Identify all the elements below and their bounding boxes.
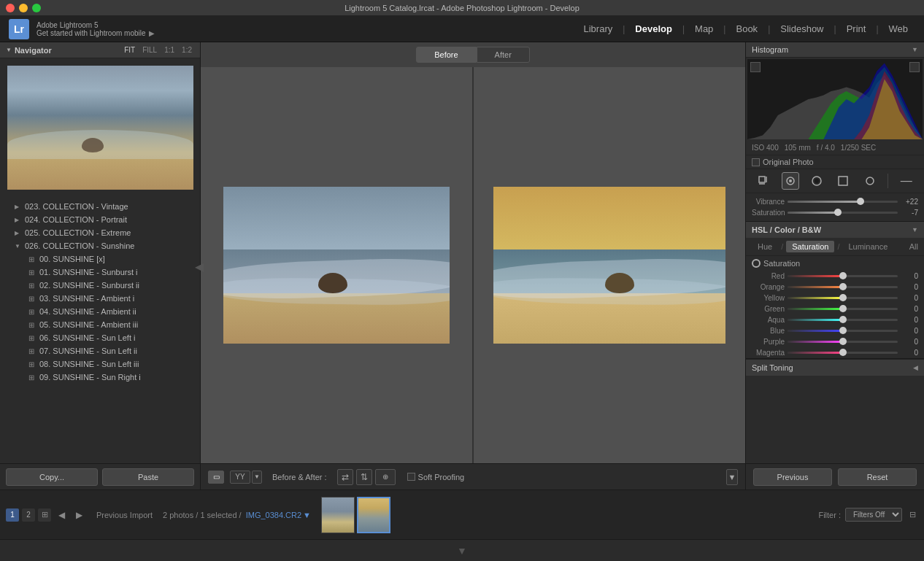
left-collapse-icon[interactable]: ◀ — [195, 259, 204, 273]
maximize-button[interactable] — [32, 4, 41, 12]
yellow-thumb[interactable] — [839, 294, 847, 301]
filmstrip-collapse-icon[interactable]: ⊟ — [906, 509, 918, 521]
aqua-track[interactable] — [788, 319, 898, 321]
blue-thumb[interactable] — [839, 327, 847, 334]
vs-section: Vibrance +22 Saturation -7 — [746, 193, 924, 222]
zoom-fill[interactable]: FILL — [140, 45, 159, 55]
vibrance-thumb[interactable] — [857, 198, 864, 205]
svg-point-7 — [815, 179, 819, 183]
blue-track[interactable] — [788, 330, 898, 332]
swap-ba-btn2[interactable]: ⇅ — [356, 469, 372, 485]
orange-thumb[interactable] — [839, 283, 847, 290]
preset-03[interactable]: ⊞ 03. SUNSHINE - Ambient i — [0, 292, 200, 305]
expand-icon: ▶ — [15, 230, 22, 236]
bottom-arrow-icon[interactable]: ▼ — [457, 545, 467, 557]
copy-ba-btn[interactable]: ⊕ — [375, 469, 396, 485]
nav-print[interactable]: Print — [839, 20, 874, 37]
svg-point-5 — [789, 179, 792, 182]
filmstrip-page2[interactable]: 2 — [22, 508, 35, 522]
filmstrip-grid-btn[interactable]: ⊞ — [38, 508, 51, 522]
redeye-tool[interactable] — [808, 172, 825, 190]
filmstrip-next-btn[interactable]: ▶ — [72, 508, 86, 522]
filmstrip-filename[interactable]: IMG_0384.CR2 ▼ — [246, 511, 311, 519]
collection-item-026[interactable]: ▼ 026. COLLECTION - Sunshine — [0, 239, 200, 252]
red-thumb[interactable] — [839, 272, 847, 279]
filmstrip-prev-btn[interactable]: ◀ — [54, 508, 69, 522]
filmstrip-thumb-1[interactable] — [321, 497, 355, 533]
zoom-1to2[interactable]: 1:2 — [180, 45, 194, 55]
hsl-panel-header[interactable]: HSL / Color / B&W ▼ — [746, 222, 924, 238]
green-track[interactable] — [788, 308, 898, 310]
after-tab[interactable]: After — [477, 47, 530, 63]
preset-04[interactable]: ⊞ 04. SUNSHINE - Ambient ii — [0, 305, 200, 318]
right-panel-inner: ISO 400 105 mm f / 4.0 1/250 SEC Origina… — [746, 58, 924, 463]
minimize-button[interactable] — [19, 4, 28, 12]
single-view-btn[interactable]: ▭ — [208, 471, 224, 484]
collection-item-024[interactable]: ▶ 024. COLLECTION - Portrait — [0, 213, 200, 226]
saturation-thumb[interactable] — [834, 209, 842, 216]
hsl-tab-saturation[interactable]: Saturation — [786, 241, 834, 252]
focal-value: 105 mm — [785, 144, 811, 152]
previous-button[interactable]: Previous — [753, 468, 832, 486]
split-toning-panel[interactable]: Split Toning ◀ — [746, 359, 924, 376]
gradient-tool[interactable] — [834, 172, 852, 190]
nav-map[interactable]: Map — [688, 20, 720, 37]
orange-track[interactable] — [788, 286, 898, 288]
traffic-lights — [6, 4, 41, 12]
red-track[interactable] — [788, 275, 898, 277]
view-options-dropdown[interactable]: ▼ — [726, 469, 738, 485]
spot-tool[interactable] — [782, 172, 799, 190]
yy-view-btn[interactable]: YY — [230, 471, 250, 484]
green-slider-row: Green 0 — [746, 303, 924, 314]
reset-button[interactable]: Reset — [838, 468, 917, 486]
yellow-track[interactable] — [788, 297, 898, 299]
collection-item-023[interactable]: ▶ 023. COLLECTION - Vintage — [0, 200, 200, 213]
preset-02[interactable]: ⊞ 02. SUNSHINE - Sunburst ii — [0, 279, 200, 292]
preset-09[interactable]: ⊞ 09. SUNSHINE - Sun Right i — [0, 371, 200, 384]
purple-track[interactable] — [788, 341, 898, 343]
filter-dropdown[interactable]: Filters Off — [845, 508, 902, 522]
vibrance-track[interactable] — [788, 201, 898, 203]
nav-book[interactable]: Book — [728, 20, 765, 37]
filmstrip-thumb-2[interactable] — [357, 497, 390, 533]
aqua-value: 0 — [901, 316, 918, 324]
preset-05[interactable]: ⊞ 05. SUNSHINE - Ambient iii — [0, 318, 200, 331]
green-thumb[interactable] — [839, 305, 847, 312]
close-button[interactable] — [6, 4, 15, 12]
magenta-thumb[interactable] — [839, 349, 847, 356]
nav-slideshow[interactable]: Slideshow — [773, 20, 831, 37]
aqua-thumb[interactable] — [839, 316, 847, 323]
brush-tool[interactable] — [861, 172, 879, 190]
hsl-tab-luminance[interactable]: Luminance — [842, 241, 893, 252]
hsl-tab-all[interactable]: All — [909, 242, 918, 251]
hist-corner-tr[interactable] — [909, 62, 920, 72]
magenta-track[interactable] — [788, 352, 898, 354]
nav-develop[interactable]: Develop — [628, 20, 679, 37]
saturation-track[interactable] — [788, 212, 898, 214]
collection-item-025[interactable]: ▶ 025. COLLECTION - Extreme — [0, 226, 200, 239]
nav-web[interactable]: Web — [882, 20, 916, 37]
original-photo-checkbox[interactable] — [752, 158, 760, 166]
settings-slider[interactable]: — — [898, 172, 915, 190]
preset-06[interactable]: ⊞ 06. SUNSHINE - Sun Left i — [0, 331, 200, 344]
preset-01[interactable]: ⊞ 01. SUNSHINE - Sunburst i — [0, 266, 200, 279]
zoom-fit[interactable]: FIT — [122, 45, 137, 55]
crop-tool[interactable] — [755, 172, 772, 190]
soft-proof-checkbox[interactable] — [407, 473, 415, 481]
paste-button[interactable]: Paste — [102, 468, 194, 486]
preset-07[interactable]: ⊞ 07. SUNSHINE - Sun Left ii — [0, 344, 200, 357]
filmstrip-page1[interactable]: 1 — [6, 508, 19, 522]
hsl-tab-hue[interactable]: Hue — [752, 241, 778, 252]
zoom-1to1[interactable]: 1:1 — [162, 45, 177, 55]
mobile-text: Get started with Lightroom mobile ▶ — [36, 29, 155, 37]
before-tab[interactable]: Before — [416, 47, 476, 63]
copy-button[interactable]: Copy... — [6, 468, 98, 486]
nav-library[interactable]: Library — [576, 20, 620, 37]
yy-dropdown[interactable]: ▼ — [252, 471, 262, 484]
preset-08[interactable]: ⊞ 08. SUNSHINE - Sun Left iii — [0, 357, 200, 371]
green-label: Green — [752, 305, 785, 313]
preset-00[interactable]: ⊞ 00. SUNSHINE [x] — [0, 252, 200, 266]
purple-thumb[interactable] — [839, 338, 847, 345]
hist-corner-tl[interactable] — [750, 62, 761, 72]
swap-ba-btn[interactable]: ⇄ — [337, 469, 353, 485]
